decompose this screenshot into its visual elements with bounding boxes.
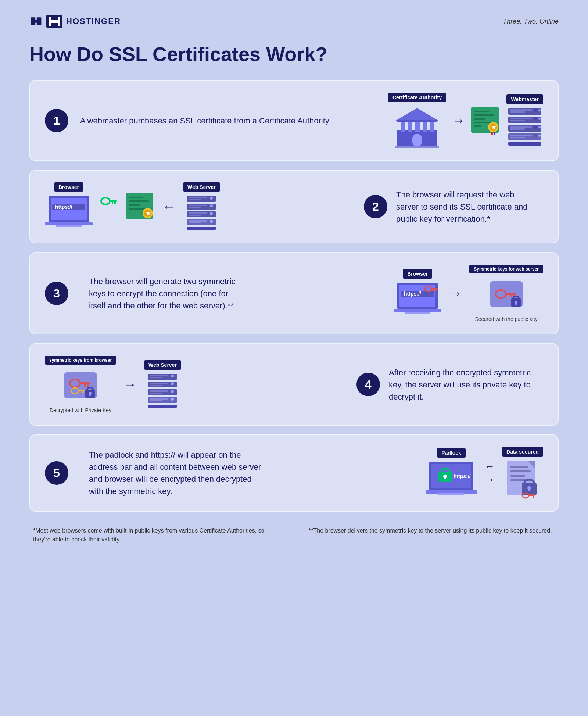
step-3-arrow: → (449, 286, 462, 301)
step-1-cert-group: ★ (471, 107, 501, 135)
svg-rect-45 (510, 128, 525, 130)
svg-rect-74 (189, 199, 201, 200)
svg-rect-68 (129, 208, 145, 210)
svg-text:https://: https:// (55, 204, 72, 210)
step-5-arrows: ← → (484, 461, 495, 486)
svg-marker-18 (395, 108, 439, 121)
svg-rect-112 (84, 384, 86, 387)
svg-rect-157 (528, 494, 535, 496)
step-1-number: 1 (45, 109, 68, 132)
main-title: How Do SSL Certificates Work? (29, 43, 559, 65)
svg-rect-13 (401, 121, 405, 132)
svg-rect-158 (533, 496, 534, 498)
step-2-box: Browser https:// (29, 170, 559, 243)
step-2-text: The browser will request the web server … (396, 189, 543, 225)
svg-point-41 (534, 117, 537, 120)
svg-point-87 (210, 220, 213, 223)
step-1-text-area: 1 A webmaster purchases an SSL certifica… (45, 109, 388, 132)
symkey-icon (488, 276, 525, 312)
step-4-visual: symmetric keys from browser (45, 356, 348, 413)
svg-rect-119 (89, 393, 91, 396)
svg-rect-107 (515, 302, 517, 305)
svg-rect-145 (438, 493, 464, 495)
svg-rect-17 (430, 121, 434, 132)
step-5-datasecured-label: Data secured (502, 447, 543, 457)
svg-rect-58 (45, 222, 93, 225)
svg-point-79 (210, 204, 213, 207)
browser-laptop2-icon: https:// (394, 281, 441, 318)
svg-point-123 (171, 375, 174, 377)
svg-rect-67 (129, 204, 140, 206)
svg-rect-53 (508, 142, 541, 146)
svg-point-60 (101, 198, 110, 204)
svg-rect-73 (189, 197, 207, 198)
svg-rect-15 (415, 121, 420, 132)
step-4-layout: symmetric keys from browser (45, 356, 543, 413)
web-server-icon (185, 194, 218, 231)
svg-point-131 (171, 390, 174, 393)
step-4-subtext: Decrypted with Private Key (50, 407, 111, 413)
svg-rect-27 (474, 125, 481, 127)
svg-rect-81 (189, 212, 207, 214)
svg-rect-130 (150, 393, 162, 394)
logo-text: HOSTINGER (66, 17, 121, 26)
svg-point-135 (171, 398, 174, 401)
svg-rect-31 (491, 132, 493, 135)
step-4-symkey-label: symmetric keys from browser (45, 356, 116, 365)
svg-point-52 (538, 135, 541, 137)
svg-rect-11 (49, 20, 60, 23)
steps-container: 1 A webmaster purchases an SSL certifica… (29, 80, 559, 512)
svg-text:https://: https:// (453, 473, 471, 479)
svg-rect-148 (510, 466, 528, 468)
svg-rect-133 (150, 398, 168, 400)
svg-rect-35 (510, 111, 525, 113)
svg-rect-125 (150, 383, 168, 384)
step-5-layout: 5 The padlock and https:// will appear o… (45, 447, 543, 499)
svg-rect-44 (510, 126, 532, 128)
step-3-subtext: Secured with the public key (475, 316, 537, 322)
svg-rect-59 (56, 225, 82, 227)
note1-text: Most web browsers come with built-in pub… (33, 527, 265, 543)
key-float-icon (100, 196, 118, 207)
svg-rect-126 (150, 385, 162, 386)
step-3-box: 3 The browser will generate two symmetri… (29, 252, 559, 334)
svg-rect-40 (510, 120, 525, 121)
step-3-number: 3 (45, 282, 68, 305)
step-5-padlock-label: Padlock (437, 448, 466, 458)
step-2-layout: Browser https:// (45, 182, 543, 231)
step-2-browser-label: Browser (54, 182, 83, 192)
svg-rect-16 (423, 121, 427, 132)
svg-rect-136 (148, 405, 177, 408)
svg-rect-21 (397, 120, 437, 122)
svg-rect-23 (474, 111, 489, 112)
footer-notes: *Most web browsers come with built-in pu… (29, 526, 559, 544)
step-4-arrow: → (123, 377, 137, 392)
step-5-padlock-group: Padlock https:// (426, 448, 477, 498)
h-logo (46, 15, 62, 28)
svg-rect-103 (510, 295, 512, 297)
datasecured-icon (505, 459, 540, 499)
svg-point-42 (538, 118, 541, 120)
svg-rect-97 (394, 309, 441, 312)
step-5-number: 5 (45, 461, 68, 485)
svg-rect-85 (189, 220, 207, 222)
svg-rect-62 (114, 202, 116, 204)
svg-rect-134 (150, 400, 162, 401)
building-icon (393, 104, 441, 148)
svg-rect-77 (189, 205, 207, 206)
step-3-symkey-label: Symmetric keys for web server (469, 265, 543, 273)
step-5-box: 5 The padlock and https:// will appear o… (29, 434, 559, 512)
step-4-box: symmetric keys from browser (29, 343, 559, 426)
step-5-visual: Padlock https:// (273, 447, 543, 499)
step-1-ca-group: Certificate Authority (388, 93, 446, 148)
symkey2-icon (62, 367, 99, 404)
server2-icon (146, 372, 179, 409)
svg-rect-114 (78, 390, 85, 391)
note2-text: The browser delivers the symmetric key t… (313, 527, 552, 534)
step-1-webmaster-group: Webmaster (506, 94, 543, 147)
step-1-webmaster-label: Webmaster (506, 94, 543, 104)
svg-rect-34 (510, 109, 532, 111)
svg-rect-25 (474, 118, 485, 120)
svg-rect-110 (79, 382, 90, 384)
footer-note-2: **The browser delivers the symmetric key… (309, 526, 555, 544)
